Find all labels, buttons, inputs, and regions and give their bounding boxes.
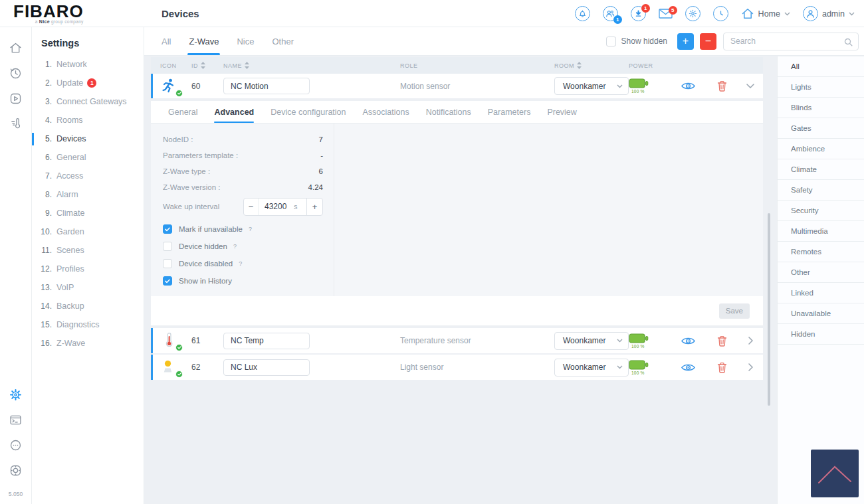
user-selector[interactable]: admin xyxy=(803,6,855,21)
scenes-play-icon[interactable] xyxy=(9,92,23,106)
detail-tab-advanced[interactable]: Advanced xyxy=(214,101,254,123)
stepper-decrement-button[interactable]: − xyxy=(244,199,259,215)
detail-tab-parameters[interactable]: Parameters xyxy=(488,101,531,123)
chevron-up-down-icon[interactable] xyxy=(746,84,754,88)
category-security[interactable]: Security xyxy=(778,201,864,221)
detail-tab-general[interactable]: General xyxy=(168,101,197,123)
wake-up-interval-input[interactable] xyxy=(265,202,294,211)
mark-if-unavailable-checkbox[interactable] xyxy=(163,224,172,234)
category-climate[interactable]: Climate xyxy=(778,159,864,180)
tab-other[interactable]: Other xyxy=(272,27,294,55)
device-name-input[interactable] xyxy=(223,78,310,94)
trash-icon[interactable] xyxy=(717,362,727,373)
add-device-button[interactable]: + xyxy=(677,33,694,50)
device-hidden-checkbox[interactable] xyxy=(163,242,172,251)
col-name[interactable]: NAME xyxy=(223,62,368,69)
detail-tab-associations[interactable]: Associations xyxy=(363,101,409,123)
device-row-nc-motion[interactable]: 60 Motion sensor Woonkamer 100 % xyxy=(151,74,763,98)
sidebar-item-climate[interactable]: 9.Climate xyxy=(32,204,144,222)
sidebar-item-garden[interactable]: 10.Garden xyxy=(32,222,144,241)
alarm-bell-icon[interactable] xyxy=(575,6,590,21)
sidebar-item-zwave[interactable]: 16.Z-Wave xyxy=(32,334,144,353)
console-dots-icon[interactable] xyxy=(9,438,23,452)
users-icon[interactable]: 1 xyxy=(603,6,618,21)
device-icon-cell xyxy=(153,332,191,349)
update-download-icon[interactable]: 1 xyxy=(631,6,646,21)
settings-gear-icon[interactable] xyxy=(9,388,23,402)
help-icon[interactable]: ? xyxy=(249,226,252,232)
category-all[interactable]: All xyxy=(778,56,864,77)
sidebar-item-connect-gateways[interactable]: 3.Connect Gateways xyxy=(32,92,144,111)
remove-device-button[interactable]: − xyxy=(700,33,716,50)
save-button[interactable]: Save xyxy=(719,303,750,319)
category-blinds[interactable]: Blinds xyxy=(778,98,864,118)
category-other[interactable]: Other xyxy=(778,262,864,283)
home-selector[interactable]: Home xyxy=(741,7,790,20)
tab-zwave[interactable]: Z-Wave xyxy=(189,27,219,55)
col-id[interactable]: ID xyxy=(191,62,223,69)
device-row-nc-temp[interactable]: 61 Temperature sensor Woonkamer 100 % xyxy=(151,328,763,353)
device-name-cell xyxy=(223,359,368,376)
device-name-input[interactable] xyxy=(223,333,310,349)
chevron-right-icon[interactable] xyxy=(748,337,753,345)
gear-sun-icon[interactable] xyxy=(685,6,701,21)
eye-icon[interactable] xyxy=(681,336,696,346)
help-icon[interactable]: ? xyxy=(239,260,242,267)
category-remotes[interactable]: Remotes xyxy=(778,242,864,262)
clock-icon[interactable] xyxy=(713,6,728,21)
system-gear-icon[interactable] xyxy=(9,463,23,477)
category-hidden[interactable]: Hidden xyxy=(778,324,864,345)
home-icon[interactable] xyxy=(9,41,23,55)
tab-all[interactable]: All xyxy=(162,27,171,55)
search-input[interactable] xyxy=(724,33,841,50)
category-lights[interactable]: Lights xyxy=(778,77,864,98)
col-room[interactable]: ROOM xyxy=(542,62,629,69)
sidebar-item-diagnostics[interactable]: 15.Diagnostics xyxy=(32,315,144,334)
eye-icon[interactable] xyxy=(681,81,696,91)
rail-bottom-icons: 5.050 xyxy=(0,388,31,497)
tab-nice[interactable]: Nice xyxy=(237,27,254,55)
nice-corner-logo[interactable] xyxy=(811,450,859,497)
sidebar-item-backup[interactable]: 14.Backup xyxy=(32,297,144,315)
category-linked[interactable]: Linked xyxy=(778,283,864,303)
show-in-history-checkbox[interactable] xyxy=(163,276,172,286)
sidebar-item-access[interactable]: 7.Access xyxy=(32,167,144,185)
sidebar-item-profiles[interactable]: 12.Profiles xyxy=(32,260,144,278)
vertical-scrollbar[interactable] xyxy=(768,213,770,406)
sidebar-item-network[interactable]: 1.Network xyxy=(32,55,144,74)
sidebar-item-alarm[interactable]: 8.Alarm xyxy=(32,185,144,204)
mail-icon[interactable]: 5 xyxy=(659,9,673,19)
sidebar-item-general[interactable]: 6.General xyxy=(32,148,144,167)
show-hidden-checkbox[interactable] xyxy=(606,37,616,46)
detail-tab-notifications[interactable]: Notifications xyxy=(426,101,471,123)
device-name-input[interactable] xyxy=(223,359,310,376)
trash-icon[interactable] xyxy=(717,80,727,92)
sidebar-item-devices[interactable]: 5.Devices xyxy=(32,129,144,148)
category-gates[interactable]: Gates xyxy=(778,118,864,139)
eye-icon[interactable] xyxy=(681,363,696,373)
sidebar-item-scenes[interactable]: 11.Scenes xyxy=(32,241,144,260)
room-select[interactable]: Woonkamer xyxy=(554,77,629,95)
detail-tab-preview[interactable]: Preview xyxy=(547,101,576,123)
stepper-increment-button[interactable]: + xyxy=(306,199,322,215)
sidebar-item-voip[interactable]: 13.VoIP xyxy=(32,278,144,297)
terminal-icon[interactable] xyxy=(9,413,23,427)
sidebar-item-rooms[interactable]: 4.Rooms xyxy=(32,111,144,129)
history-icon[interactable] xyxy=(9,66,23,80)
category-ambience[interactable]: Ambience xyxy=(778,139,864,159)
header-icon-cluster: 1 1 5 Ho xyxy=(575,0,855,27)
trash-icon[interactable] xyxy=(717,335,727,347)
room-select[interactable]: Woonkamer xyxy=(554,359,629,377)
detail-tab-device-configuration[interactable]: Device configuration xyxy=(270,101,346,123)
help-icon[interactable]: ? xyxy=(233,243,237,250)
device-row-nc-lux[interactable]: 62 Light sensor Woonkamer 100 % xyxy=(151,355,763,380)
sidebar-item-update[interactable]: 2.Update1 xyxy=(32,74,144,92)
chevron-right-icon[interactable] xyxy=(748,363,753,371)
device-disabled-checkbox[interactable] xyxy=(163,259,172,268)
category-safety[interactable]: Safety xyxy=(778,180,864,201)
category-multimedia[interactable]: Multimedia xyxy=(778,221,864,242)
room-select[interactable]: Woonkamer xyxy=(554,332,629,350)
device-role: Motion sensor xyxy=(368,82,542,91)
climate-thermometer-icon[interactable] xyxy=(9,117,23,131)
category-unavailable[interactable]: Unavailable xyxy=(778,303,864,324)
